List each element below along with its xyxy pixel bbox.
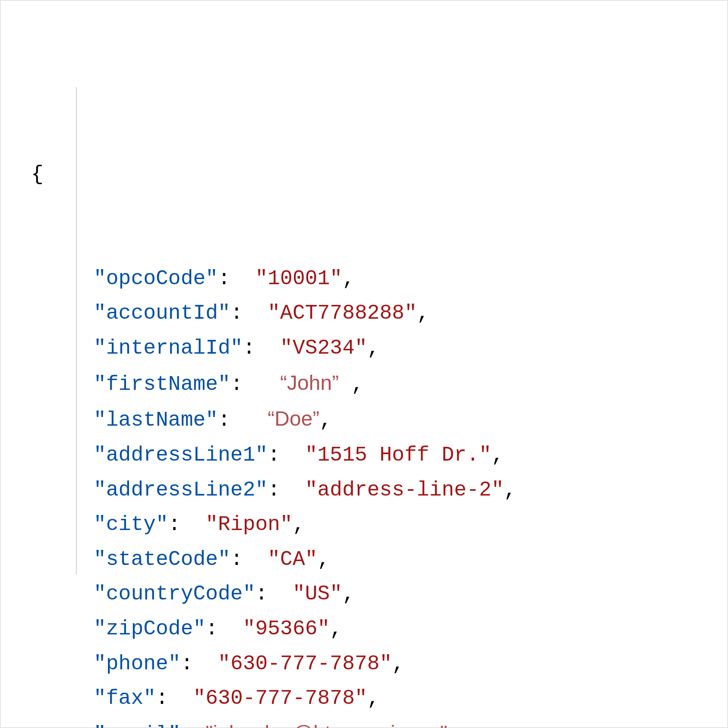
key-quote: " (94, 443, 106, 467)
key-quote: " (94, 373, 106, 396)
json-key: firstName (106, 373, 218, 396)
value-quote: " (355, 687, 367, 710)
key-quote: " (94, 548, 106, 571)
value-quote: " (205, 513, 218, 536)
key-quote: " (205, 267, 218, 290)
json-value: 95366 (255, 617, 318, 640)
value-quote: " (243, 617, 255, 640)
json-key: addressLine2 (106, 478, 255, 502)
json-line: "accountId": "ACT7788288", (31, 296, 697, 331)
comma: , (492, 443, 504, 467)
json-line: "countryCode": "US", (31, 577, 697, 612)
value-quote: " (305, 548, 318, 571)
json-value: 630-777-7878 (230, 652, 380, 675)
open-brace: { (31, 157, 697, 192)
key-quote: " (94, 336, 106, 360)
colon: : (156, 687, 181, 710)
json-key: lastName (106, 408, 205, 432)
json-line: "internalId": "VS234", (31, 331, 697, 366)
json-key: zipCode (106, 617, 193, 640)
value-quote: " (280, 513, 293, 536)
comma: , (351, 373, 364, 396)
comma: , (504, 478, 517, 502)
key-quote: " (94, 723, 106, 728)
value-quote: " (280, 336, 293, 360)
json-value: VS234 (293, 336, 355, 360)
key-quote: " (255, 478, 268, 502)
json-key: addressLine1 (106, 443, 255, 467)
json-line: "firstName": “John” , (31, 366, 697, 402)
key-quote: " (230, 336, 243, 360)
key-quote: " (168, 723, 181, 728)
colon: : (168, 513, 193, 536)
json-key: opcoCode (106, 267, 205, 290)
json-key: email (106, 723, 168, 728)
colon: : (181, 652, 206, 675)
value-quote: " (218, 652, 230, 675)
key-quote: " (94, 513, 106, 536)
colon: : (230, 548, 255, 571)
json-line: "lastName": “Doe”, (31, 402, 697, 438)
json-value: Ripon (218, 513, 280, 536)
value-quote: " (355, 336, 367, 360)
value-quote: " (404, 301, 417, 325)
colon: : (268, 443, 293, 467)
key-quote: " (168, 652, 181, 675)
value-quote: " (380, 652, 392, 675)
json-value: 1515 Hoff Dr. (318, 443, 479, 467)
json-line: "addressLine2": "address-line-2", (31, 473, 697, 508)
key-quote: " (193, 617, 205, 640)
json-value: US (305, 582, 330, 606)
json-value: “John” (280, 371, 339, 394)
comma: , (330, 617, 342, 640)
key-quote: " (218, 548, 230, 571)
key-quote: " (143, 687, 156, 710)
value-quote: " (255, 267, 268, 290)
json-key: phone (106, 652, 168, 675)
json-value: address-line-2 (318, 478, 492, 502)
colon: : (218, 267, 243, 290)
value-quote: " (305, 478, 318, 502)
json-line: "stateCode": "CA", (31, 542, 697, 577)
comma: , (392, 652, 404, 675)
key-quote: " (94, 478, 106, 502)
key-quote: " (255, 443, 268, 467)
comma: , (318, 548, 330, 571)
key-quote: " (218, 373, 230, 396)
value-quote: " (330, 582, 342, 606)
comma: , (342, 267, 355, 290)
json-line: "addressLine1": "1515 Hoff Dr.", (31, 438, 697, 473)
value-quote: " (318, 617, 330, 640)
json-key: city (106, 513, 156, 536)
key-quote: " (94, 617, 106, 640)
json-line: "opcoCode": "10001", (31, 261, 697, 296)
key-quote: " (94, 301, 106, 325)
json-line: "city": "Ripon", (31, 507, 697, 542)
comma: , (342, 582, 355, 606)
json-key: stateCode (106, 548, 218, 571)
value-quote: " (479, 443, 492, 467)
colon: : (230, 301, 255, 325)
json-line: "email": "john.doe@btran-api.com" (31, 716, 697, 728)
value-quote: " (492, 478, 504, 502)
json-key: internalId (106, 336, 230, 360)
colon: : (243, 336, 268, 360)
key-quote: " (94, 267, 106, 290)
value-quote: " (193, 687, 205, 710)
comma: , (319, 408, 332, 432)
json-line: "phone": "630-777-7878", (31, 646, 697, 681)
json-code-block: { "opcoCode": "10001","accountId": "ACT7… (0, 0, 728, 728)
key-quote: " (218, 301, 230, 325)
json-value: ACT7788288 (280, 301, 404, 325)
comma: , (367, 336, 380, 360)
colon: : (205, 617, 230, 640)
json-value: 630-777-7878 (205, 687, 355, 710)
indent-guide-line (76, 87, 77, 574)
json-value: CA (280, 548, 305, 571)
value-quote: " (330, 267, 342, 290)
colon: : (268, 478, 293, 502)
json-key: countryCode (106, 582, 243, 606)
comma: , (367, 687, 380, 710)
key-quote: " (94, 582, 106, 606)
key-quote: " (156, 513, 168, 536)
